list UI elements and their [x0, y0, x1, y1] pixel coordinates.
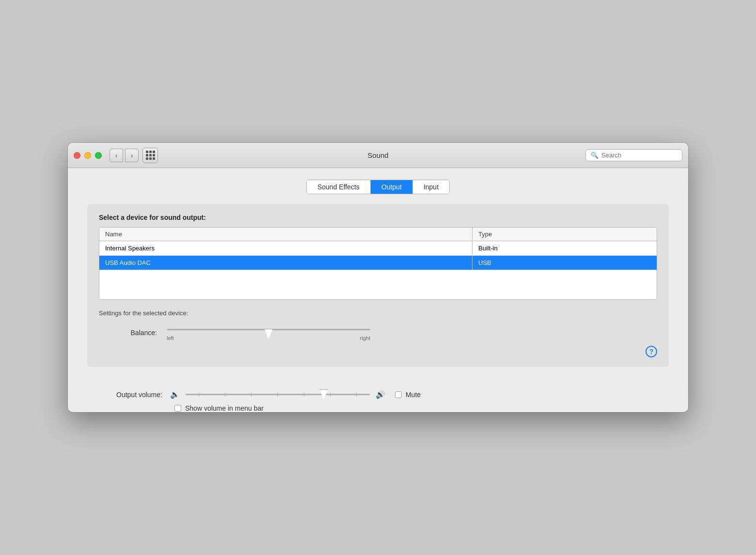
col-type-header: Type	[472, 228, 657, 241]
sound-preferences-window: ‹ › Sound 🔍 Sound Effects Output	[68, 143, 688, 412]
balance-control: Balance: left right	[118, 324, 657, 341]
mute-checkbox[interactable]	[395, 391, 402, 398]
grid-view-button[interactable]	[142, 148, 158, 163]
volume-label: Output volume:	[116, 391, 162, 399]
table-empty-area	[99, 270, 657, 299]
help-button[interactable]: ?	[646, 346, 657, 357]
content-area: Sound Effects Output Input Select a devi…	[68, 168, 688, 382]
device-name-usb: USB Audio DAC	[99, 256, 472, 270]
tab-sound-effects[interactable]: Sound Effects	[307, 180, 371, 194]
volume-slider-line	[186, 394, 370, 395]
forward-button[interactable]: ›	[125, 149, 139, 162]
back-button[interactable]: ‹	[110, 149, 123, 162]
speaker-low-icon	[170, 389, 180, 400]
maximize-button[interactable]	[95, 152, 102, 159]
balance-slider-track[interactable]	[167, 324, 370, 334]
search-input[interactable]	[601, 152, 677, 159]
device-table: Name Type Internal Speakers Built-in USB…	[99, 227, 657, 300]
grid-icon	[146, 151, 155, 160]
device-type-internal: Built-in	[472, 241, 657, 255]
table-row[interactable]: Internal Speakers Built-in	[99, 241, 657, 256]
bottom-controls: Output volume: Mute	[68, 382, 688, 412]
show-volume-row: Show volume in menu bar	[145, 404, 669, 412]
device-type-usb: USB	[472, 256, 657, 270]
balance-right-label: right	[360, 335, 370, 341]
balance-left-label: left	[167, 335, 174, 341]
volume-row: Output volume: Mute	[87, 389, 669, 400]
speaker-high-icon	[376, 389, 385, 400]
back-icon: ‹	[115, 152, 118, 159]
balance-slider-container: left right	[167, 324, 370, 341]
tab-input[interactable]: Input	[413, 180, 449, 194]
titlebar: ‹ › Sound 🔍	[68, 143, 688, 168]
tab-bar: Sound Effects Output Input	[87, 180, 669, 194]
show-volume-label: Show volume in menu bar	[185, 404, 264, 412]
search-icon: 🔍	[591, 152, 598, 159]
table-header: Name Type	[99, 228, 657, 241]
settings-panel: Select a device for sound output: Name T…	[87, 204, 669, 367]
show-volume-checkbox[interactable]	[174, 405, 181, 412]
device-section-title: Select a device for sound output:	[99, 214, 657, 221]
traffic-lights	[74, 152, 102, 159]
nav-buttons: ‹ ›	[110, 149, 139, 162]
balance-slider-line	[167, 329, 370, 330]
tab-output[interactable]: Output	[371, 180, 413, 194]
tab-group: Sound Effects Output Input	[306, 180, 450, 194]
table-row[interactable]: USB Audio DAC USB	[99, 256, 657, 270]
col-name-header: Name	[99, 228, 472, 241]
volume-slider-track[interactable]	[186, 390, 370, 400]
balance-label: Balance:	[118, 329, 157, 337]
search-box[interactable]: 🔍	[585, 149, 682, 161]
mute-control: Mute	[395, 391, 421, 399]
device-name-internal: Internal Speakers	[99, 241, 472, 255]
minimize-button[interactable]	[84, 152, 91, 159]
settings-section-label: Settings for the selected device:	[99, 309, 657, 317]
window-title: Sound	[367, 151, 388, 159]
close-button[interactable]	[74, 152, 80, 159]
mute-label: Mute	[406, 391, 421, 399]
forward-icon: ›	[131, 152, 133, 159]
